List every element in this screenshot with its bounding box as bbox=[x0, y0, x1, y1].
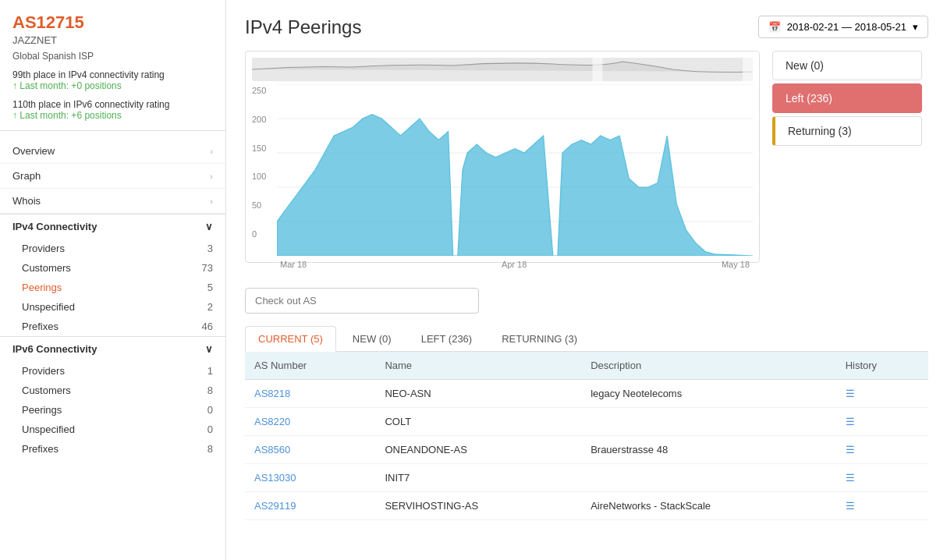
sidebar-ipv4-rank: 99th place in IPv4 connectivity rating ↑… bbox=[0, 63, 225, 93]
cell-description: legacy Neotelecoms bbox=[581, 380, 836, 408]
x-axis-labels: Mar 18 Apr 18 May 18 bbox=[277, 258, 753, 269]
col-description: Description bbox=[581, 352, 836, 380]
table-row: AS8220 COLT ☰ bbox=[245, 408, 928, 436]
cell-history[interactable]: ☰ bbox=[836, 408, 928, 436]
cell-name: COLT bbox=[375, 408, 581, 436]
stat-returning: Returning (3) bbox=[772, 116, 922, 146]
chevron-down-icon: ▾ bbox=[913, 21, 918, 33]
cell-name: NEO-ASN bbox=[375, 380, 581, 408]
tab-bar: CURRENT (5) NEW (0) LEFT (236) RETURNING… bbox=[245, 326, 928, 352]
sidebar-ipv6-section[interactable]: IPv6 Connectivity ∨ bbox=[0, 336, 225, 361]
chevron-down-icon: ∨ bbox=[205, 221, 213, 232]
tab-returning[interactable]: RETURNING (3) bbox=[488, 326, 591, 351]
sidebar-item-overview[interactable]: Overview › bbox=[0, 139, 225, 164]
cell-name: INIT7 bbox=[375, 464, 581, 492]
x-label-mar: Mar 18 bbox=[280, 260, 307, 269]
sidebar-network-name: JAZZNET bbox=[0, 33, 225, 49]
as-link[interactable]: AS8220 bbox=[254, 416, 290, 427]
sidebar-description: Global Spanish ISP bbox=[0, 49, 225, 63]
as-link[interactable]: AS8218 bbox=[254, 388, 290, 399]
cell-as-number: AS13030 bbox=[245, 464, 375, 492]
history-icon[interactable]: ☰ bbox=[846, 388, 855, 399]
tab-current[interactable]: CURRENT (5) bbox=[245, 326, 336, 352]
cell-history[interactable]: ☰ bbox=[836, 380, 928, 408]
sidebar: AS12715 JAZZNET Global Spanish ISP 99th … bbox=[0, 0, 226, 560]
cell-description: AireNetworks - StackScale bbox=[581, 492, 836, 520]
sidebar-item-graph[interactable]: Graph › bbox=[0, 164, 225, 189]
chevron-right-icon: › bbox=[210, 147, 213, 156]
chevron-down-icon: ∨ bbox=[205, 343, 213, 355]
x-label-apr: Apr 18 bbox=[502, 260, 527, 269]
col-name: Name bbox=[375, 352, 581, 380]
chart-container: 250 200 150 100 50 0 bbox=[245, 51, 760, 263]
as-link[interactable]: AS8560 bbox=[254, 444, 290, 455]
cell-description: Brauerstrasse 48 bbox=[581, 436, 836, 464]
sidebar-ipv6-peerings[interactable]: Peerings 0 bbox=[0, 400, 225, 420]
sidebar-ipv6-rank: 110th place in IPv6 connectivity rating … bbox=[0, 93, 225, 122]
stat-new: New (0) bbox=[772, 51, 922, 80]
stat-returning-label: Returning (3) bbox=[788, 125, 852, 137]
tab-new[interactable]: NEW (0) bbox=[339, 326, 405, 351]
sidebar-ipv6-providers[interactable]: Providers 1 bbox=[0, 361, 225, 381]
tab-left[interactable]: LEFT (236) bbox=[408, 326, 486, 351]
date-range-label: 2018-02-21 — 2018-05-21 bbox=[787, 21, 906, 33]
svg-rect-1 bbox=[743, 58, 753, 81]
sidebar-asn[interactable]: AS12715 bbox=[0, 12, 225, 33]
history-icon[interactable]: ☰ bbox=[846, 472, 855, 484]
col-history: History bbox=[836, 352, 928, 380]
sidebar-ipv4-unspecified[interactable]: Unspecified 2 bbox=[0, 297, 225, 317]
col-as-number: AS Number bbox=[245, 352, 375, 380]
cell-history[interactable]: ☰ bbox=[836, 436, 928, 464]
main-header: IPv4 Peerings 📅 2018-02-21 — 2018-05-21 … bbox=[245, 16, 928, 38]
history-icon[interactable]: ☰ bbox=[846, 500, 855, 512]
history-icon[interactable]: ☰ bbox=[846, 416, 855, 427]
sidebar-ipv4-providers[interactable]: Providers 3 bbox=[0, 239, 225, 258]
svg-rect-0 bbox=[593, 58, 603, 81]
cell-as-number: AS8560 bbox=[245, 436, 375, 464]
main-content: IPv4 Peerings 📅 2018-02-21 — 2018-05-21 … bbox=[226, 0, 947, 560]
table-row: AS29119 SERVIHOSTING-AS AireNetworks - S… bbox=[245, 492, 928, 520]
table-row: AS8218 NEO-ASN legacy Neotelecoms ☰ bbox=[245, 380, 928, 408]
cell-description bbox=[581, 408, 836, 436]
sidebar-ipv6-customers[interactable]: Customers 8 bbox=[0, 381, 225, 400]
date-range-button[interactable]: 📅 2018-02-21 — 2018-05-21 ▾ bbox=[758, 16, 928, 38]
cell-as-number: AS29119 bbox=[245, 492, 375, 520]
as-link[interactable]: AS29119 bbox=[254, 500, 296, 512]
x-label-may: May 18 bbox=[722, 260, 750, 269]
sidebar-ipv4-prefixes[interactable]: Prefixes 46 bbox=[0, 317, 225, 336]
cell-history[interactable]: ☰ bbox=[836, 492, 928, 520]
sidebar-item-whois[interactable]: Whois › bbox=[0, 189, 225, 214]
table-row: AS8560 ONEANDONE-AS Brauerstrasse 48 ☰ bbox=[245, 436, 928, 464]
history-icon[interactable]: ☰ bbox=[846, 444, 855, 455]
stats-panel: New (0) Left (236) Returning (3) bbox=[772, 51, 928, 275]
sidebar-ipv4-customers[interactable]: Customers 73 bbox=[0, 258, 225, 278]
chart-area: 250 200 150 100 50 0 bbox=[252, 84, 753, 256]
sidebar-ipv4-section[interactable]: IPv4 Connectivity ∨ bbox=[0, 214, 225, 239]
stat-left: Left (236) bbox=[772, 83, 922, 113]
chevron-right-icon: › bbox=[210, 197, 213, 206]
page-title: IPv4 Peerings bbox=[245, 16, 361, 38]
y-axis: 250 200 150 100 50 0 bbox=[252, 84, 266, 240]
cell-name: SERVIHOSTING-AS bbox=[375, 492, 581, 520]
cell-as-number: AS8218 bbox=[245, 380, 375, 408]
stat-left-label: Left (236) bbox=[786, 92, 832, 105]
chevron-right-icon: › bbox=[210, 172, 213, 181]
table-row: AS13030 INIT7 ☰ bbox=[245, 464, 928, 492]
as-link[interactable]: AS13030 bbox=[254, 472, 296, 484]
peerings-table: AS Number Name Description History AS821… bbox=[245, 352, 928, 520]
cell-history[interactable]: ☰ bbox=[836, 464, 928, 492]
cell-as-number: AS8220 bbox=[245, 408, 375, 436]
sidebar-ipv6-prefixes[interactable]: Prefixes 8 bbox=[0, 439, 225, 459]
sidebar-ipv4-peerings[interactable]: Peerings 5 bbox=[0, 278, 225, 297]
sidebar-ipv6-unspecified[interactable]: Unspecified 0 bbox=[0, 420, 225, 439]
stat-new-label: New (0) bbox=[786, 59, 824, 72]
search-input[interactable] bbox=[245, 288, 479, 314]
cell-name: ONEANDONE-AS bbox=[375, 436, 581, 464]
cell-description bbox=[581, 464, 836, 492]
calendar-icon: 📅 bbox=[768, 21, 781, 33]
chart-minimap bbox=[252, 58, 753, 81]
